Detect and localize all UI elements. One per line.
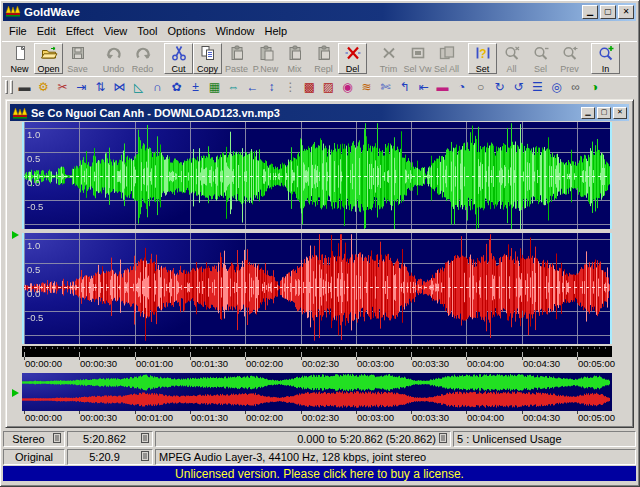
in-button[interactable]: In bbox=[591, 43, 620, 74]
undo-button[interactable]: Undo bbox=[99, 43, 128, 74]
sphere-alert-icon[interactable]: ◎ bbox=[547, 78, 566, 95]
arrow-updown-icon[interactable]: ↕ bbox=[262, 78, 281, 95]
arc-effect-icon[interactable]: ∩ bbox=[148, 78, 167, 95]
status-cell[interactable]: 5:20.9 bbox=[67, 449, 153, 465]
menu-options[interactable]: Options bbox=[162, 24, 210, 38]
cut-button[interactable]: Cut bbox=[164, 43, 193, 74]
menu-tool[interactable]: Tool bbox=[132, 24, 162, 38]
open-button[interactable]: Open bbox=[34, 43, 63, 74]
toolbar-button-label: Open bbox=[37, 64, 59, 74]
control-toolbar: ▬⚙✂⇥⇅⋈◺∩✿±▦⇔←↕⋮▩▨◉≋✄↰⇤▬◔○↻↺☰◎∞◑ bbox=[2, 76, 637, 96]
maximize-button[interactable]: ▢ bbox=[600, 5, 616, 19]
amplitude-label: -0.5 bbox=[27, 312, 43, 323]
sphere-loop-ccw-icon[interactable]: ↺ bbox=[509, 78, 528, 95]
status-cell[interactable]: Stereo bbox=[3, 431, 65, 447]
trim-button[interactable]: Trim bbox=[374, 43, 403, 74]
document-maximize-button[interactable]: ▢ bbox=[597, 107, 611, 119]
snap-right-icon[interactable]: ⇥ bbox=[72, 78, 91, 95]
time-label: 00:02:30 bbox=[302, 358, 339, 369]
all-button[interactable]: All bbox=[497, 43, 526, 74]
menu-window[interactable]: Window bbox=[210, 24, 259, 38]
rainbow-eye-icon[interactable]: ◉ bbox=[338, 78, 357, 95]
toolbar-button-label: Paste bbox=[225, 64, 248, 74]
rainbow-rows-icon[interactable]: ≋ bbox=[357, 78, 376, 95]
rainbow-bar-icon[interactable]: ▬ bbox=[433, 78, 452, 95]
status-cell[interactable]: MPEG Audio Layer-3, 44100 Hz, 128 kbps, … bbox=[155, 449, 636, 465]
scissors-x-icon[interactable]: ✄ bbox=[376, 78, 395, 95]
toolbar-button-label: Repl bbox=[314, 64, 333, 74]
document-close-button[interactable]: ✕ bbox=[613, 107, 627, 119]
waveform-left-channel[interactable]: 1.00.50.0-0.5 bbox=[22, 122, 612, 229]
mix-button[interactable]: Mix bbox=[280, 43, 309, 74]
set-button[interactable]: ?Set bbox=[468, 43, 497, 74]
grid-small-icon[interactable]: ▨ bbox=[319, 78, 338, 95]
paste-button[interactable]: Paste bbox=[222, 43, 251, 74]
menu-view[interactable]: View bbox=[99, 24, 133, 38]
stretch-box-icon[interactable]: ⇔ bbox=[224, 78, 243, 95]
toolbar-button-label: Trim bbox=[380, 64, 398, 74]
sphere-dropdown-icon[interactable]: ◔ bbox=[452, 78, 471, 95]
bowtie-effect-icon[interactable]: ⋈ bbox=[110, 78, 129, 95]
copy-button[interactable]: Copy bbox=[193, 43, 222, 74]
menu-file[interactable]: File bbox=[4, 24, 32, 38]
save-button[interactable]: Save bbox=[63, 43, 92, 74]
document-minimize-button[interactable]: ▁ bbox=[581, 107, 595, 119]
sel-all-button[interactable]: Sel All bbox=[432, 43, 461, 74]
document-title-bar[interactable]: Se Co Nguoi Can Anh - DOWNLOAD123.vn.mp3… bbox=[10, 104, 629, 121]
bent-arrow-icon[interactable]: ↰ bbox=[395, 78, 414, 95]
status-menu-icon[interactable] bbox=[53, 433, 61, 445]
del-button[interactable]: Del bbox=[338, 43, 367, 74]
sphere-loop-cw-icon[interactable]: ↻ bbox=[490, 78, 509, 95]
status-cell-text: Original bbox=[7, 451, 61, 463]
spheres-linked-icon[interactable]: ∞ bbox=[566, 78, 585, 95]
status-menu-icon[interactable] bbox=[439, 433, 447, 445]
status-cell[interactable]: 0.000 to 5:20.862 (5:20.862) bbox=[155, 431, 451, 447]
flower-effect-icon[interactable]: ✿ bbox=[167, 78, 186, 95]
menu-effect[interactable]: Effect bbox=[61, 24, 99, 38]
grid-redgreen-icon[interactable]: ▩ bbox=[300, 78, 319, 95]
new-button[interactable]: New bbox=[5, 43, 34, 74]
expression-evaluator-icon[interactable]: ✂ bbox=[53, 78, 72, 95]
status-cell-text: Stereo bbox=[7, 433, 50, 445]
status-menu-icon[interactable] bbox=[141, 433, 149, 445]
sel-vw-button[interactable]: Sel Vw bbox=[403, 43, 432, 74]
dashed-bars-icon[interactable]: ⋮ bbox=[281, 78, 300, 95]
open-folder-icon bbox=[39, 45, 59, 63]
snap-left-icon[interactable]: ⇤ bbox=[414, 78, 433, 95]
time-label: 00:00:30 bbox=[80, 412, 117, 423]
arrow-left-icon[interactable]: ← bbox=[243, 78, 262, 95]
status-menu-icon[interactable] bbox=[141, 451, 149, 463]
license-banner[interactable]: Unlicensed version. Please click here to… bbox=[3, 466, 636, 481]
sel-button[interactable]: Sel bbox=[526, 43, 555, 74]
repl-button[interactable]: Repl bbox=[309, 43, 338, 74]
close-button[interactable]: ✕ bbox=[618, 5, 634, 19]
playback-marker-icon[interactable] bbox=[12, 389, 19, 397]
goldwave-logo-icon bbox=[5, 3, 21, 21]
toolbar-button-label: Mix bbox=[288, 64, 302, 74]
waveform-right-channel[interactable]: 1.00.50.0-0.5 bbox=[22, 233, 612, 344]
device-controls-icon[interactable]: ▬ bbox=[15, 78, 34, 95]
time-label: 00:00:00 bbox=[25, 358, 62, 369]
equalizer-grid-icon[interactable]: ▦ bbox=[205, 78, 224, 95]
prev-button[interactable]: Prev bbox=[555, 43, 584, 74]
p-new-button[interactable]: P.New bbox=[251, 43, 280, 74]
offset-effect-icon[interactable]: ± bbox=[186, 78, 205, 95]
split-circle-icon[interactable]: ◑ bbox=[585, 78, 604, 95]
status-cell[interactable]: 5 : Unlicensed Usage bbox=[453, 431, 636, 447]
status-cell[interactable]: Original bbox=[3, 449, 65, 465]
adjust-vertical-icon[interactable]: ⇅ bbox=[91, 78, 110, 95]
status-cell[interactable]: 5:20.862 bbox=[67, 431, 153, 447]
menu-help[interactable]: Help bbox=[260, 24, 293, 38]
time-label: 00:03:00 bbox=[357, 412, 394, 423]
redo-button[interactable]: Redo bbox=[128, 43, 157, 74]
sphere-lines-icon[interactable]: ☰ bbox=[528, 78, 547, 95]
ramp-volume-icon[interactable]: ◺ bbox=[129, 78, 148, 95]
overview-strip[interactable] bbox=[22, 373, 612, 411]
title-bar[interactable]: GoldWave ▁ ▢ ✕ bbox=[3, 3, 636, 21]
effect-machine-icon[interactable]: ⚙ bbox=[34, 78, 53, 95]
menu-edit[interactable]: Edit bbox=[32, 24, 61, 38]
playback-marker-icon[interactable] bbox=[12, 231, 19, 239]
status-cell-text: 5:20.862 bbox=[71, 433, 138, 445]
minimize-button[interactable]: ▁ bbox=[582, 5, 598, 19]
sphere-small-icon[interactable]: ○ bbox=[471, 78, 490, 95]
